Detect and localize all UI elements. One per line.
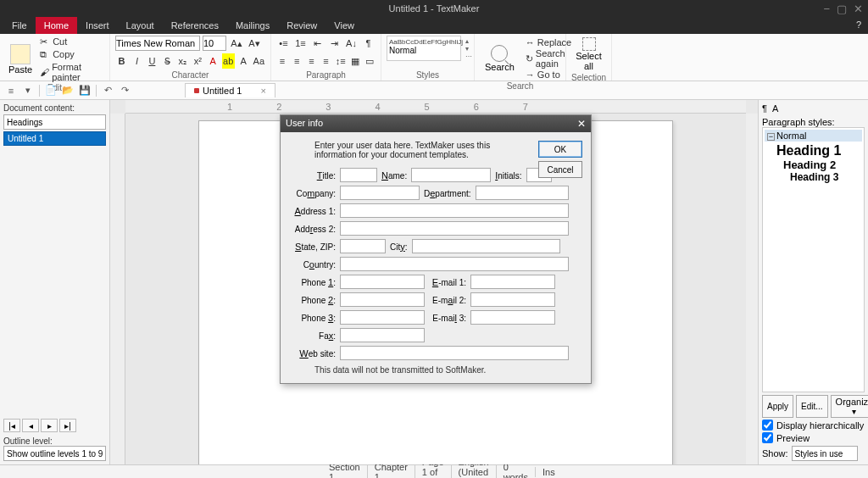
- phone1-field[interactable]: [340, 275, 425, 289]
- company-field[interactable]: [340, 186, 420, 200]
- name-field[interactable]: [411, 168, 491, 182]
- style-preview-normal[interactable]: AaBbCcDdEeFfGgHhIiJj Normal: [387, 36, 461, 61]
- grow-font-icon[interactable]: A▴: [229, 36, 244, 51]
- qa-redo-icon[interactable]: ↷: [117, 83, 132, 98]
- underline-button[interactable]: U: [146, 53, 159, 69]
- styles-gallery-expand[interactable]: ▴▾⋯: [464, 37, 474, 59]
- font-color-button[interactable]: A: [207, 53, 220, 69]
- sort-button[interactable]: A↓: [344, 36, 359, 51]
- align-center-button[interactable]: ≡: [291, 53, 303, 69]
- dialog-close-icon[interactable]: ✕: [577, 118, 586, 130]
- edit-style-button[interactable]: Edit...: [796, 395, 828, 418]
- style-normal[interactable]: −Normal: [765, 130, 862, 142]
- style-heading2[interactable]: Heading 2: [765, 158, 862, 171]
- outline-next-button[interactable]: ▸: [41, 419, 58, 432]
- cut-button[interactable]: ✂Cut: [38, 36, 104, 47]
- tab-view[interactable]: View: [326, 17, 363, 34]
- search-button[interactable]: Search: [480, 43, 520, 74]
- numbering-button[interactable]: 1≡: [293, 36, 308, 51]
- qa-align-icon[interactable]: ≡: [3, 83, 19, 98]
- search-again-button[interactable]: ↻Search again: [526, 48, 571, 69]
- email3-field[interactable]: [470, 310, 555, 325]
- vertical-ruler[interactable]: [110, 114, 125, 464]
- address1-field[interactable]: [340, 203, 569, 218]
- website-field[interactable]: [340, 346, 569, 360]
- subscript-button[interactable]: x₂: [176, 53, 189, 69]
- state-zip-field[interactable]: [340, 239, 386, 253]
- qa-save-icon[interactable]: 💾: [77, 83, 92, 98]
- select-all-button[interactable]: Select all: [571, 36, 606, 73]
- outline-level-select[interactable]: [3, 446, 106, 461]
- strike-button[interactable]: S̶: [161, 53, 174, 69]
- horizontal-ruler[interactable]: 1234567: [125, 100, 746, 114]
- preview-check[interactable]: Preview: [762, 432, 865, 443]
- character-styles-icon[interactable]: A: [772, 103, 778, 114]
- tab-layout[interactable]: Layout: [118, 17, 163, 34]
- country-field[interactable]: [340, 257, 569, 271]
- phone3-field[interactable]: [340, 310, 425, 325]
- superscript-button[interactable]: x²: [192, 53, 204, 69]
- paste-button[interactable]: Paste: [5, 42, 36, 76]
- bold-button[interactable]: B: [115, 53, 128, 69]
- qa-new-doc-icon[interactable]: 📄: [43, 83, 58, 98]
- outdent-button[interactable]: ⇤: [310, 36, 325, 51]
- display-hierarchically-check[interactable]: Display hierarchically: [762, 420, 865, 431]
- minimize-icon[interactable]: −: [823, 3, 830, 15]
- email1-field[interactable]: [470, 275, 555, 289]
- outline-prev-button[interactable]: ◂: [22, 419, 39, 432]
- style-heading3[interactable]: Heading 3: [765, 171, 862, 183]
- city-field[interactable]: [412, 239, 560, 253]
- email2-field[interactable]: [470, 292, 555, 307]
- format-painter-button[interactable]: 🖌Format painter: [38, 61, 104, 83]
- tab-close-icon[interactable]: ×: [260, 86, 265, 96]
- pilcrow-icon[interactable]: ¶: [762, 103, 767, 114]
- copy-button[interactable]: ⧉Copy: [38, 48, 104, 60]
- fax-field[interactable]: [340, 328, 425, 342]
- dialog-title-bar[interactable]: User info ✕: [281, 115, 591, 132]
- help-icon[interactable]: ?: [849, 17, 868, 34]
- title-field[interactable]: [340, 168, 377, 182]
- style-heading1[interactable]: Heading 1: [765, 143, 862, 158]
- department-field[interactable]: [476, 186, 569, 200]
- font-family-select[interactable]: [115, 36, 200, 51]
- italic-button[interactable]: I: [131, 53, 143, 69]
- goto-button[interactable]: →Go to: [526, 69, 571, 80]
- show-filter-select[interactable]: [792, 446, 858, 461]
- tab-references[interactable]: References: [163, 17, 227, 34]
- ok-button[interactable]: OK: [538, 141, 582, 158]
- tab-file[interactable]: File: [3, 17, 36, 34]
- borders-button[interactable]: ▭: [364, 53, 376, 69]
- document-tab[interactable]: Untitled 1 ×: [185, 83, 275, 97]
- tab-insert[interactable]: Insert: [77, 17, 118, 34]
- char-format-button[interactable]: A: [237, 53, 250, 69]
- font-size-select[interactable]: [203, 36, 226, 51]
- cancel-button[interactable]: Cancel: [538, 161, 582, 178]
- justify-button[interactable]: ≡: [320, 53, 331, 69]
- outline-last-button[interactable]: ▸|: [59, 419, 76, 432]
- replace-button[interactable]: ↔Replace: [526, 37, 571, 47]
- organize-button[interactable]: Organize ▾: [831, 395, 868, 418]
- pilcrow-button[interactable]: ¶: [361, 36, 376, 51]
- maximize-icon[interactable]: ▢: [837, 3, 847, 15]
- headings-select[interactable]: [3, 114, 106, 130]
- phone2-field[interactable]: [340, 292, 425, 307]
- apply-button[interactable]: Apply: [762, 395, 793, 418]
- tab-review[interactable]: Review: [278, 17, 326, 34]
- align-left-button[interactable]: ≡: [276, 53, 288, 69]
- bullets-button[interactable]: •≡: [276, 36, 291, 51]
- indent-button[interactable]: ⇥: [327, 36, 342, 51]
- vertical-scrollbar[interactable]: [746, 114, 758, 464]
- address2-field[interactable]: [340, 221, 569, 236]
- qa-new-icon[interactable]: ▾: [20, 83, 36, 98]
- close-icon[interactable]: ✕: [854, 3, 863, 15]
- shading-button[interactable]: ▦: [349, 53, 361, 69]
- line-spacing-button[interactable]: ↕≡: [335, 53, 347, 69]
- outline-first-button[interactable]: |◂: [3, 419, 20, 432]
- tree-collapse-icon[interactable]: −: [767, 133, 775, 141]
- tab-mailings[interactable]: Mailings: [227, 17, 278, 34]
- align-right-button[interactable]: ≡: [305, 53, 317, 69]
- shrink-font-icon[interactable]: A▾: [247, 36, 262, 51]
- qa-undo-icon[interactable]: ↶: [100, 83, 115, 98]
- doc-item[interactable]: Untitled 1: [3, 131, 106, 146]
- highlight-button[interactable]: ab: [222, 53, 235, 69]
